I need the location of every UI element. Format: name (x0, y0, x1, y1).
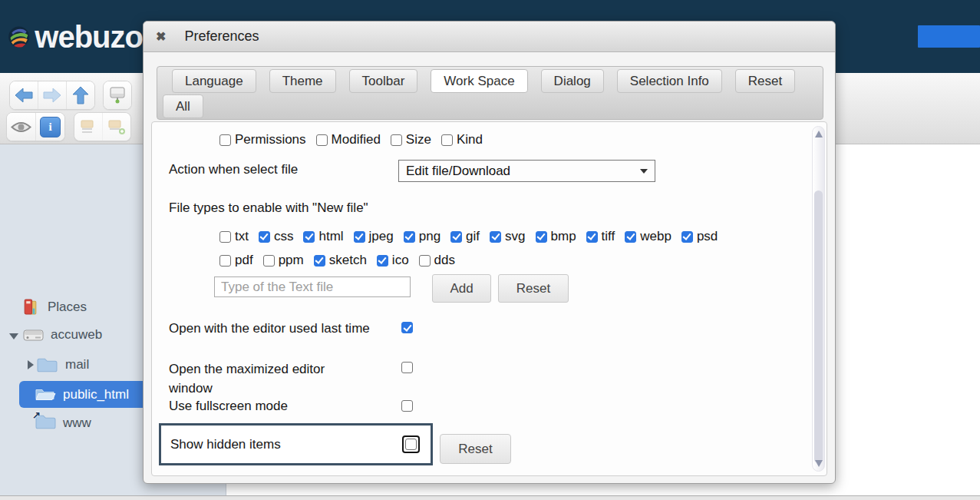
checkbox-icon (536, 231, 547, 243)
file-types-row-1: txt css html jpeg png gif svg bmp tiff w… (219, 229, 718, 244)
filetype-checkbox-webp[interactable]: webp (625, 229, 671, 244)
forward-arrow-icon (42, 87, 62, 104)
checkbox-label: pdf (235, 253, 253, 268)
checkbox-label: ico (392, 253, 409, 268)
checkbox-label: sketch (329, 253, 367, 268)
column-checkbox-modified[interactable]: Modified (316, 132, 381, 147)
sidebar-item-label: public_html (63, 387, 129, 402)
checkbox-icon (625, 231, 636, 243)
list-columns-row: Permissions Modified Size Kind (219, 132, 483, 147)
checkbox-label: ppm (279, 253, 304, 268)
archive-icon (79, 118, 97, 135)
dialog-title: Preferences (184, 28, 259, 45)
up-arrow-icon (71, 85, 90, 105)
folder-open-icon (35, 386, 56, 402)
fullscreen-checkbox[interactable] (401, 400, 413, 412)
editor-last-checkbox[interactable] (401, 322, 413, 333)
dialog-header[interactable]: ✖ Preferences (144, 22, 835, 52)
sidebar-item-accuweb[interactable]: accuweb (23, 327, 102, 343)
filetype-checkbox-svg[interactable]: svg (490, 229, 525, 244)
checkbox-label: psd (697, 229, 718, 244)
maximized-editor-checkbox[interactable] (401, 362, 413, 373)
add-filetype-button[interactable]: Add (432, 274, 491, 303)
folder-closed-icon (37, 356, 58, 373)
webuzo-globe-icon (8, 18, 30, 56)
up-button[interactable] (67, 81, 94, 109)
action-select-label: Action when select file (169, 162, 298, 177)
tab-selection-info[interactable]: Selection Info (617, 69, 722, 93)
expander-open-icon[interactable] (9, 333, 18, 339)
filetype-checkbox-psd[interactable]: psd (681, 229, 718, 244)
filetype-checkbox-ppm[interactable]: ppm (263, 253, 304, 268)
tab-reset[interactable]: Reset (735, 69, 795, 93)
tab-label: Work Space (444, 74, 514, 89)
column-checkbox-size[interactable]: Size (391, 132, 431, 147)
filetype-checkbox-txt[interactable]: txt (219, 229, 249, 244)
checkbox-label: Kind (457, 132, 483, 147)
header-action-button[interactable] (918, 25, 980, 48)
reset-filetypes-button[interactable]: Reset (498, 274, 569, 303)
checkbox-icon (450, 231, 462, 243)
column-checkbox-kind[interactable]: Kind (441, 132, 483, 147)
filetype-checkbox-jpeg[interactable]: jpeg (354, 229, 394, 244)
show-hidden-checkbox[interactable] (405, 439, 417, 450)
back-arrow-icon (14, 87, 34, 104)
sidebar-item-places[interactable]: Places (21, 298, 87, 316)
new-filetype-input[interactable] (214, 276, 411, 297)
checkbox-label: tiff (602, 229, 615, 244)
tab-theme[interactable]: Theme (269, 69, 336, 93)
filetype-checkbox-dds[interactable]: dds (419, 253, 455, 268)
checkbox-label: gif (466, 229, 480, 244)
filetype-checkbox-gif[interactable]: gif (450, 229, 480, 244)
checkbox-label: Size (406, 132, 431, 147)
tab-toolbar[interactable]: Toolbar (349, 69, 418, 93)
forward-button[interactable] (38, 81, 67, 109)
archive-button[interactable] (74, 113, 103, 141)
preferences-dialog: ✖ Preferences Language Theme Toolbar Wor… (143, 21, 836, 484)
checkbox-label: webp (640, 229, 671, 244)
filetype-checkbox-sketch[interactable]: sketch (314, 253, 367, 268)
filetype-checkbox-bmp[interactable]: bmp (536, 229, 576, 244)
scroll-up-arrow-icon[interactable] (815, 131, 823, 137)
filetype-checkbox-html[interactable]: html (303, 229, 343, 244)
eye-icon (11, 121, 31, 134)
toggle-hidden-button[interactable] (7, 113, 36, 141)
tab-all[interactable]: All (163, 94, 203, 118)
action-select[interactable]: Edit file/Download (398, 160, 655, 182)
button-label: Add (450, 281, 473, 296)
scroll-down-arrow-icon[interactable] (815, 460, 823, 467)
show-hidden-label: Show hidden items (170, 437, 281, 452)
filetype-checkbox-pdf[interactable]: pdf (219, 253, 253, 268)
filetype-checkbox-png[interactable]: png (404, 229, 441, 244)
button-label: Reset (458, 442, 492, 457)
info-button[interactable]: i (36, 113, 64, 141)
filetype-checkbox-tiff[interactable]: tiff (586, 229, 615, 244)
chevron-down-icon (640, 169, 648, 174)
network-home-button[interactable] (104, 81, 131, 109)
back-button[interactable] (10, 81, 38, 109)
tab-work-space[interactable]: Work Space (431, 69, 527, 93)
checkbox-icon (263, 255, 275, 267)
tab-language[interactable]: Language (172, 69, 256, 93)
checkbox-icon (404, 231, 415, 243)
filetype-checkbox-css[interactable]: css (259, 229, 294, 244)
view-button-group: i (6, 112, 65, 141)
sidebar-item-www[interactable]: ↗ www (35, 413, 91, 432)
filetype-checkbox-ico[interactable]: ico (377, 253, 409, 268)
focus-ring (402, 435, 420, 453)
dialog-scrollbar[interactable] (812, 126, 825, 472)
sidebar-item-mail[interactable]: mail (37, 356, 89, 373)
extract-button[interactable] (103, 113, 130, 141)
column-checkbox-permissions[interactable]: Permissions (219, 132, 306, 147)
scrollbar-thumb[interactable] (814, 190, 823, 463)
sidebar-item-label: Places (48, 300, 87, 315)
checkbox-icon (441, 134, 453, 146)
checkbox-label: jpeg (369, 229, 394, 244)
expander-closed-icon[interactable] (28, 360, 34, 369)
dialog-close-icon[interactable]: ✖ (156, 29, 166, 44)
app-logo[interactable]: webuzo (8, 15, 143, 58)
reset-hidden-button[interactable]: Reset (440, 434, 511, 464)
nav-button-group (9, 81, 95, 110)
checkbox-icon (219, 255, 231, 267)
tab-dialog[interactable]: Dialog (541, 69, 604, 93)
